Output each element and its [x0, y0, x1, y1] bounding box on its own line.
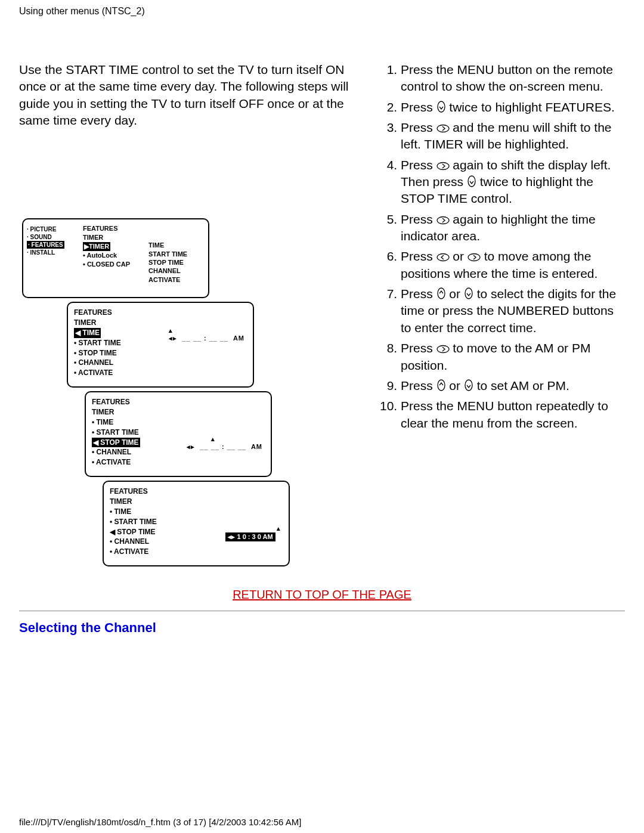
step-7: Press or to select the digits for the ti… [401, 286, 625, 336]
section-title: Selecting the Channel [0, 611, 644, 645]
svg-point-3 [468, 176, 475, 187]
menu4-content: FEATURES TIMER • TIME• START TIME ◀ STOP… [110, 487, 157, 557]
menu1-sidebar: · PICTURE· SOUND· FEATURES· INSTALL [27, 225, 64, 256]
svg-point-7 [438, 288, 445, 299]
svg-point-2 [437, 162, 449, 169]
return-to-top-link[interactable]: RETURN TO TOP OF THE PAGE [19, 588, 625, 602]
up-arrow-icon [436, 287, 446, 299]
step-8: Press to move to the AM or PM position. [401, 340, 625, 374]
step-2: Press twice to highlight FEATURES. [401, 99, 625, 116]
svg-point-9 [437, 346, 449, 353]
menu2-time: ▴◂▸ __ __ : __ __ AM [169, 327, 244, 342]
menu-screen-2: FEATURES TIMER ◀ TIME • START TIME• STOP… [67, 302, 254, 388]
svg-point-8 [465, 288, 472, 299]
menu-screen-1: · PICTURE· SOUND· FEATURES· INSTALL FEAT… [22, 218, 209, 298]
menu-diagram: · PICTURE· SOUND· FEATURES· INSTALL FEAT… [19, 218, 357, 576]
svg-point-5 [437, 254, 449, 261]
down-arrow-icon [467, 175, 476, 187]
down-arrow-icon [464, 379, 473, 391]
step-9: Press or to set AM or PM. [401, 377, 625, 394]
page-header: Using other menus (NTSC_2) [0, 0, 644, 17]
step-6: Press or to move among the positions whe… [401, 248, 625, 282]
down-arrow-icon [464, 287, 473, 299]
menu4-time: ▴ ◂▸ 1 0 : 3 0 AM [225, 525, 280, 541]
right-arrow-icon [436, 124, 450, 133]
step-1: Press the MENU button on the remote cont… [401, 61, 625, 95]
step-5: Press again to highlight the time indica… [401, 211, 625, 245]
menu1-col2: FEATURES TIMER ▶TIMER • AutoLock • CLOSE… [83, 224, 130, 268]
up-arrow-icon [436, 379, 446, 391]
svg-point-0 [438, 101, 445, 112]
svg-point-10 [438, 380, 445, 391]
menu-screen-3: FEATURES TIMER • TIME• START TIME ◀ STOP… [85, 391, 272, 477]
down-arrow-icon [436, 101, 446, 113]
svg-point-6 [468, 254, 480, 261]
menu1-col3: TIMESTART TIMESTOP TIMECHANNELACTIVATE [148, 241, 187, 283]
svg-point-11 [465, 380, 472, 391]
step-10: Press the MENU button repeatedly to clea… [401, 398, 625, 432]
right-arrow-icon [436, 345, 450, 354]
intro-text: Use the START TIME control to set the TV… [19, 61, 357, 129]
step-3: Press and the menu will shift to the lef… [401, 119, 625, 153]
menu3-time: ▴◂▸ __ __ : __ __ AM [187, 435, 262, 451]
right-arrow-icon [436, 216, 450, 225]
svg-point-4 [437, 216, 449, 224]
menu3-content: FEATURES TIMER • TIME• START TIME ◀ STOP… [92, 397, 140, 467]
right-arrow-icon [467, 253, 481, 262]
menu2-content: FEATURES TIMER ◀ TIME • START TIME• STOP… [74, 308, 121, 378]
right-arrow-icon [436, 162, 450, 171]
instruction-list: Press the MENU button on the remote cont… [374, 61, 625, 432]
svg-point-1 [437, 125, 449, 132]
menu-screen-4: FEATURES TIMER • TIME• START TIME ◀ STOP… [103, 481, 290, 566]
left-arrow-icon [436, 253, 450, 262]
step-4: Press again to shift the display left. T… [401, 157, 625, 208]
